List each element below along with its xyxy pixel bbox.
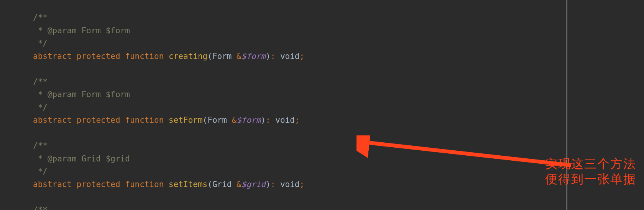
blank-line <box>33 127 567 140</box>
kw-protected: protected <box>77 116 120 125</box>
code-line: abstract protected function setItems(Gri… <box>33 178 567 191</box>
doc-open: /** <box>33 76 567 89</box>
code-line: abstract protected function setForm(Form… <box>33 114 567 127</box>
doc-open: /** <box>33 204 567 210</box>
doc-close: */ <box>33 37 567 50</box>
kw-protected: protected <box>77 180 120 189</box>
return-type: void <box>275 180 299 189</box>
return-type: void <box>271 116 295 125</box>
doc-close: */ <box>33 101 567 114</box>
doc-param: * @param Form $form <box>33 88 567 101</box>
doc-param: * @param Grid $grid <box>33 153 567 166</box>
annotation-line: 便得到一张单据 <box>545 171 636 187</box>
func-name: setForm <box>169 116 203 125</box>
return-type: void <box>275 52 299 61</box>
kw-abstract: abstract <box>33 180 72 189</box>
doc-param: * @param Form $form <box>33 24 567 37</box>
param-type: Form <box>207 116 232 125</box>
code-line: abstract protected function creating(For… <box>33 50 567 63</box>
func-name: creating <box>169 52 207 61</box>
blank-line <box>33 63 567 76</box>
kw-abstract: abstract <box>33 116 72 125</box>
doc-open: /** <box>33 140 567 153</box>
doc-close: */ <box>33 165 567 178</box>
kw-abstract: abstract <box>33 52 72 61</box>
kw-protected: protected <box>77 52 120 61</box>
func-name: setItems <box>169 180 207 189</box>
code-editor[interactable]: /** * @param Form $form */ abstract prot… <box>0 0 567 210</box>
kw-function: function <box>125 116 164 125</box>
kw-function: function <box>125 180 164 189</box>
blank-line <box>33 191 567 204</box>
doc-open: /** <box>33 11 567 24</box>
param-var: $form <box>237 116 261 125</box>
param-var: $grid <box>242 180 266 189</box>
kw-function: function <box>125 52 164 61</box>
annotation-text: 实现这三个方法 便得到一张单据 <box>545 156 636 187</box>
param-var: $form <box>242 52 266 61</box>
param-type: Form <box>212 52 237 61</box>
annotation-line: 实现这三个方法 <box>545 156 636 171</box>
param-type: Grid <box>212 180 237 189</box>
